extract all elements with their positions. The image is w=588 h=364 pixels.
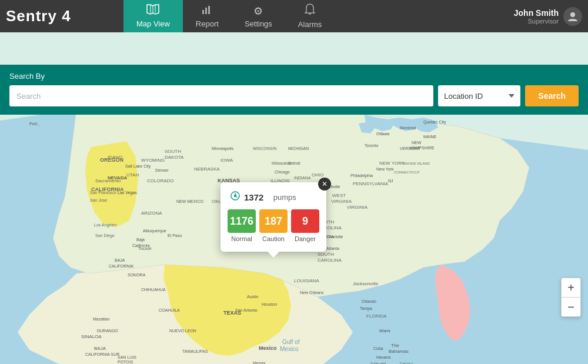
svg-text:New Orleans: New Orleans	[300, 290, 324, 295]
svg-text:MICHIGAN: MICHIGAN	[288, 146, 309, 151]
svg-text:SINALOA: SINALOA	[81, 334, 102, 339]
svg-text:Merida: Merida	[253, 361, 266, 364]
svg-text:Albuquerque: Albuquerque	[143, 229, 166, 233]
user-area: John Smith Supervisor	[514, 7, 582, 26]
svg-text:Caicos I...: Caicos I...	[400, 362, 416, 364]
svg-text:Houston: Houston	[262, 302, 277, 306]
svg-text:WYOMING: WYOMING	[141, 158, 165, 163]
svg-text:VIRGINIA: VIRGINIA	[331, 199, 352, 204]
tab-settings-label: Settings	[245, 19, 272, 28]
svg-text:San Jose: San Jose	[90, 198, 107, 202]
nav-bar: Map View Report ⚙ Settings	[123, 0, 514, 32]
svg-text:NEBRASKA: NEBRASKA	[194, 166, 220, 172]
svg-text:UTAH: UTAH	[126, 172, 139, 178]
svg-text:Minneapolis: Minneapolis	[212, 146, 234, 151]
alarms-icon	[305, 4, 315, 18]
svg-text:IOWA: IOWA	[220, 158, 233, 163]
popup-stats: 1176 Normal 187 Caution 9 Danger	[230, 209, 317, 242]
svg-text:WEST: WEST	[332, 193, 346, 198]
svg-text:NEVADA: NEVADA	[108, 175, 127, 181]
svg-text:Salt Lake City: Salt Lake City	[125, 164, 151, 169]
caution-count: 187	[259, 209, 288, 233]
svg-text:BAJA: BAJA	[94, 346, 106, 351]
zoom-out-button[interactable]: −	[562, 298, 580, 316]
svg-text:Tampa: Tampa	[360, 306, 372, 311]
svg-text:CONNECTICUT: CONNECTICUT	[394, 171, 420, 174]
zoom-controls: + −	[561, 278, 581, 317]
svg-text:Baja: Baja	[136, 238, 145, 242]
svg-text:LOUISIANA: LOUISIANA	[294, 278, 319, 283]
svg-text:NJ: NJ	[388, 179, 393, 183]
svg-text:Denver: Denver	[155, 168, 169, 172]
pump-status-popup: ✕ 1372 pumps 1176 Normal 187 Caution 9	[220, 182, 326, 252]
search-button[interactable]: Search	[525, 85, 579, 106]
svg-text:COLORADO: COLORADO	[147, 178, 174, 183]
svg-text:OHIO: OHIO	[312, 172, 323, 178]
svg-text:ARIZONA: ARIZONA	[141, 211, 162, 216]
svg-text:CHIHUAHUA: CHIHUAHUA	[141, 288, 166, 292]
stat-danger: 9 Danger	[291, 209, 319, 242]
svg-text:DURANGO: DURANGO	[97, 329, 118, 333]
settings-icon: ⚙	[253, 5, 263, 18]
svg-text:Miami: Miami	[379, 329, 390, 333]
svg-text:Turks and: Turks and	[370, 362, 386, 364]
svg-text:San Antonio: San Antonio	[235, 308, 258, 312]
user-info: John Smith Supervisor	[514, 8, 559, 25]
svg-text:Jacksonville: Jacksonville	[353, 281, 379, 286]
svg-text:Toronto: Toronto	[365, 143, 378, 148]
svg-point-4	[570, 12, 575, 17]
tab-settings[interactable]: ⚙ Settings	[232, 0, 285, 32]
svg-text:California: California	[132, 243, 150, 248]
report-icon	[202, 4, 212, 18]
normal-label: Normal	[231, 235, 252, 242]
location-id-select[interactable]: Location ID Name Region Status	[438, 85, 520, 106]
svg-text:Philadelphia: Philadelphia	[350, 173, 373, 178]
user-avatar[interactable]	[563, 7, 582, 26]
svg-text:TAMAULIPAS: TAMAULIPAS	[182, 349, 208, 353]
svg-text:Las Vegas: Las Vegas	[118, 191, 137, 195]
popup-close-button[interactable]: ✕	[318, 178, 331, 191]
svg-text:BAJA: BAJA	[115, 258, 125, 262]
svg-text:Atlanta: Atlanta	[326, 246, 339, 251]
svg-text:COAHUILA: COAHUILA	[159, 308, 180, 312]
popup-pump-count: 1372	[244, 192, 263, 202]
search-input[interactable]	[9, 85, 433, 106]
stat-caution: 187 Caution	[259, 209, 288, 242]
svg-text:El Paso: El Paso	[168, 233, 182, 238]
svg-text:RHODE ISLAND: RHODE ISLAND	[403, 162, 430, 165]
svg-text:FLORIDA: FLORIDA	[366, 313, 387, 319]
tab-alarms[interactable]: Alarms	[285, 0, 335, 32]
svg-text:Cuba: Cuba	[373, 346, 383, 350]
svg-text:NEW YORK: NEW YORK	[379, 161, 405, 166]
svg-point-117	[235, 195, 236, 197]
search-label: Search By	[9, 72, 579, 81]
tab-report[interactable]: Report	[183, 0, 232, 32]
svg-text:CALIFORNIA SUR: CALIFORNIA SUR	[85, 352, 119, 356]
zoom-in-button[interactable]: +	[562, 278, 580, 297]
svg-text:Port...: Port...	[29, 122, 41, 126]
search-bar: Search By Location ID Name Region Status…	[0, 65, 588, 115]
svg-text:Bahamas: Bahamas	[389, 349, 409, 354]
svg-rect-1	[205, 8, 207, 14]
svg-text:NEW: NEW	[412, 141, 422, 145]
svg-rect-3	[211, 5, 212, 14]
normal-count: 1176	[228, 209, 256, 233]
svg-text:Mexico: Mexico	[280, 346, 299, 352]
svg-rect-2	[208, 6, 210, 14]
svg-text:Los Angeles: Los Angeles	[94, 223, 117, 228]
svg-text:The: The	[391, 343, 399, 348]
svg-text:Quebec City: Quebec City	[423, 120, 446, 125]
svg-text:San Diego: San Diego	[95, 233, 115, 238]
svg-text:Montreal: Montreal	[400, 126, 416, 130]
svg-text:Orlando: Orlando	[362, 299, 376, 303]
svg-text:Mexico: Mexico	[259, 345, 277, 351]
caution-label: Caution	[262, 235, 285, 242]
svg-text:CAROLINA: CAROLINA	[318, 258, 342, 263]
svg-text:MAINE: MAINE	[423, 135, 437, 139]
pump-icon	[230, 191, 240, 203]
tab-map-view[interactable]: Map View	[123, 0, 183, 32]
svg-text:SAN LUIS: SAN LUIS	[118, 355, 136, 359]
popup-header: 1372 pumps	[230, 191, 317, 203]
svg-text:NUEVO LEON: NUEVO LEON	[169, 329, 196, 333]
logo-area: Sentry 4	[6, 7, 123, 25]
